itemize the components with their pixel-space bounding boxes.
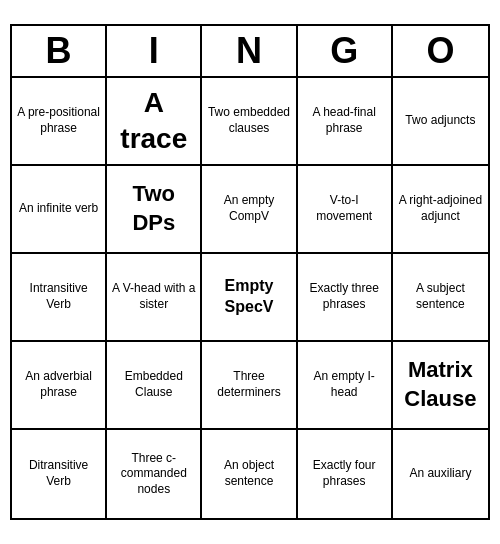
- bingo-cell-22[interactable]: An object sentence: [202, 430, 297, 518]
- bingo-cell-8[interactable]: V-to-I movement: [298, 166, 393, 254]
- bingo-cell-13[interactable]: Exactly three phrases: [298, 254, 393, 342]
- bingo-cell-7[interactable]: An empty CompV: [202, 166, 297, 254]
- bingo-cell-10[interactable]: Intransitive Verb: [12, 254, 107, 342]
- bingo-cell-19[interactable]: Matrix Clause: [393, 342, 488, 430]
- letter-o: O: [393, 26, 488, 76]
- bingo-cell-11[interactable]: A V-head with a sister: [107, 254, 202, 342]
- bingo-cell-15[interactable]: An adverbial phrase: [12, 342, 107, 430]
- bingo-cell-4[interactable]: Two adjuncts: [393, 78, 488, 166]
- bingo-cell-5[interactable]: An infinite verb: [12, 166, 107, 254]
- bingo-cell-2[interactable]: Two embedded clauses: [202, 78, 297, 166]
- letter-b: B: [12, 26, 107, 76]
- bingo-cell-3[interactable]: A head-final phrase: [298, 78, 393, 166]
- letter-i: I: [107, 26, 202, 76]
- bingo-cell-23[interactable]: Exactly four phrases: [298, 430, 393, 518]
- bingo-cell-6[interactable]: Two DPs: [107, 166, 202, 254]
- bingo-cell-18[interactable]: An empty I-head: [298, 342, 393, 430]
- bingo-cell-14[interactable]: A subject sentence: [393, 254, 488, 342]
- bingo-cell-17[interactable]: Three determiners: [202, 342, 297, 430]
- letter-n: N: [202, 26, 297, 76]
- bingo-cell-16[interactable]: Embedded Clause: [107, 342, 202, 430]
- bingo-cell-0[interactable]: A pre-positional phrase: [12, 78, 107, 166]
- bingo-card: B I N G O A pre-positional phraseA trace…: [10, 24, 490, 520]
- bingo-cell-12[interactable]: Empty SpecV: [202, 254, 297, 342]
- bingo-grid: A pre-positional phraseA traceTwo embedd…: [12, 78, 488, 518]
- bingo-cell-1[interactable]: A trace: [107, 78, 202, 166]
- bingo-cell-20[interactable]: Ditransitive Verb: [12, 430, 107, 518]
- bingo-cell-24[interactable]: An auxiliary: [393, 430, 488, 518]
- bingo-header: B I N G O: [12, 26, 488, 78]
- bingo-cell-9[interactable]: A right-adjoined adjunct: [393, 166, 488, 254]
- bingo-cell-21[interactable]: Three c-commanded nodes: [107, 430, 202, 518]
- letter-g: G: [298, 26, 393, 76]
